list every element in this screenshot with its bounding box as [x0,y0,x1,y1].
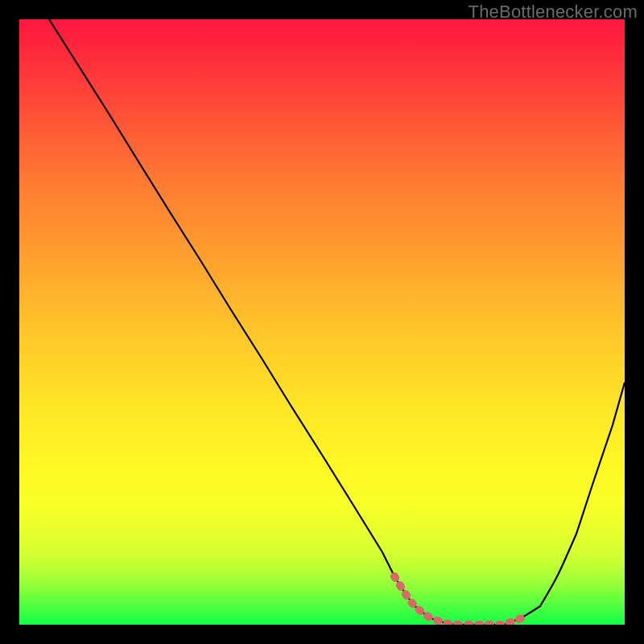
watermark-text: TheBottlenecker.com [469,2,638,23]
plot-area [19,19,625,625]
optimal-range-dots [394,576,522,625]
bottleneck-curve [49,19,625,625]
curve-layer [19,19,625,625]
chart-frame: TheBottlenecker.com [0,0,644,644]
